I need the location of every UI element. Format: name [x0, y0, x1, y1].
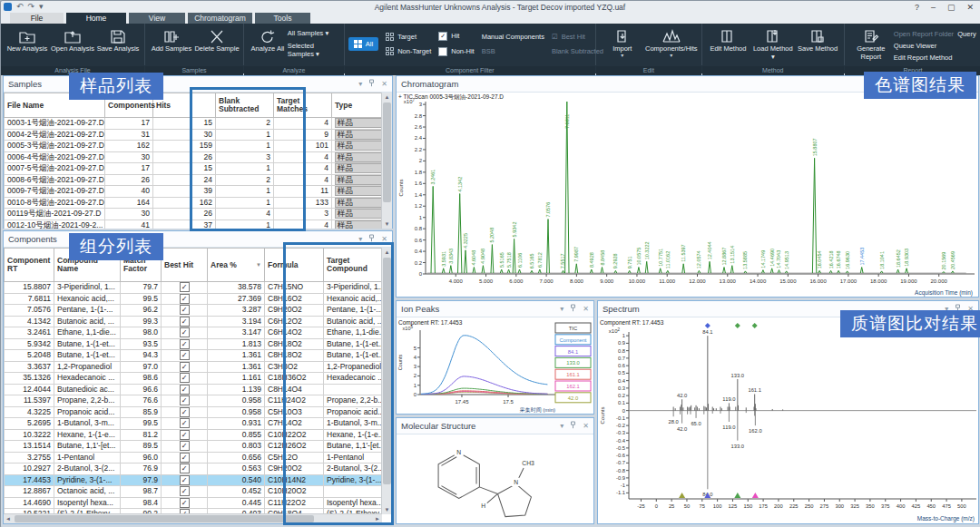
component-cell[interactable]: 1.161: [208, 373, 265, 385]
component-cell[interactable]: C3H8O2: [265, 361, 324, 373]
component-cell[interactable]: 0.958: [208, 395, 265, 407]
chromatogram-peak[interactable]: [897, 269, 899, 273]
samples-row[interactable]: 0006-4号烟油-2021-09-27.D302634样品▾: [5, 151, 393, 163]
component-cell[interactable]: 5.2695: [5, 418, 54, 430]
samples-column-header[interactable]: Target Matches: [274, 93, 332, 118]
sample-cell[interactable]: 15: [153, 118, 216, 130]
tab-file[interactable]: File: [10, 13, 64, 24]
chromatogram-peak[interactable]: [538, 269, 541, 273]
component-cell[interactable]: C8H18O2: [265, 338, 324, 350]
sample-cell[interactable]: 31: [105, 129, 153, 141]
spectrum-plot[interactable]: 10.90.80.70.60.50.40.30.20.10-0.1-0.2-0.…: [598, 317, 978, 524]
component-cell[interactable]: 10.3222: [5, 429, 54, 441]
component-cell[interactable]: 0.452: [208, 486, 265, 498]
close-panel-icon[interactable]: ✕: [583, 305, 589, 313]
component-cell[interactable]: 1-Butanol, 3-m...: [54, 418, 121, 430]
components-row[interactable]: 5.9342Butane, 1-(1-et...93.5✓1.813C8H18O…: [5, 338, 393, 350]
component-cell[interactable]: 97.0: [121, 361, 162, 373]
component-cell[interactable]: [324, 384, 385, 395]
component-cell[interactable]: Pyridine, 3-(1-...: [54, 474, 121, 486]
pin-icon[interactable]: [570, 304, 576, 314]
samples-row[interactable]: 0007-5号烟油-2021-09-27.D171514样品▾: [5, 163, 393, 175]
component-cell[interactable]: 85.9: [121, 406, 162, 418]
components-column-header[interactable]: Component RT: [5, 249, 54, 282]
component-cell[interactable]: Butanedioic ac...: [54, 384, 121, 395]
panel-menu-icon[interactable]: ▾: [358, 235, 362, 243]
component-cell[interactable]: 98.7: [121, 486, 162, 498]
minimize-button[interactable]: –: [931, 3, 936, 12]
tab-view[interactable]: View: [129, 13, 185, 24]
components-horizontal-scrollbar[interactable]: ◄►: [4, 513, 382, 523]
all-samples-dropdown[interactable]: All Samples ▾: [288, 29, 340, 37]
component-cell[interactable]: C5H10O3: [265, 406, 324, 418]
component-cell[interactable]: Ethane, 1,1-die...: [54, 327, 121, 339]
component-cell[interactable]: C11H24O2: [265, 395, 324, 407]
component-cell[interactable]: 13.1514: [5, 441, 54, 453]
chromatogram-peak[interactable]: [906, 268, 908, 273]
sample-cell[interactable]: 4: [274, 163, 332, 175]
component-cell[interactable]: Ethane, 1,1-die...: [324, 327, 385, 339]
component-cell[interactable]: Propane, 2,2-b...: [324, 395, 385, 407]
chromatogram-peak[interactable]: [482, 266, 485, 273]
sample-cell[interactable]: 3: [216, 151, 274, 163]
component-cell[interactable]: Isopentyl hexa...: [54, 497, 121, 509]
component-cell[interactable]: Pentane, 1-(1-...: [324, 305, 385, 317]
ion-peak-series-Component[interactable]: [421, 336, 547, 395]
chromatogram-plot[interactable]: 00.20.40.60.811.21.41.61.822.22.42.62.83…: [397, 93, 978, 298]
component-cell[interactable]: 3.287: [208, 305, 265, 317]
component-cell[interactable]: 0.540: [208, 474, 265, 486]
samples-row[interactable]: 0005-3号烟油-2021-09-27.D1621591101样品▾: [5, 141, 393, 152]
chromatogram-peak[interactable]: [614, 270, 617, 273]
component-cell[interactable]: C5H12O: [265, 452, 324, 464]
load-method-button[interactable]: Load Method ▾: [750, 25, 795, 61]
component-cell[interactable]: C10H14N2: [265, 474, 324, 486]
components-row[interactable]: 3.2461Ethane, 1,1-die...98.0✓3.147C6H14O…: [5, 327, 393, 339]
components-row[interactable]: 17.4453Pyridine, 3-(1-...97.9✓0.540C10H1…: [5, 474, 393, 486]
sample-cell[interactable]: 2: [216, 174, 274, 186]
chromatogram-peak[interactable]: [628, 270, 631, 273]
best-hit-checkbox-cell[interactable]: ✓: [162, 327, 208, 339]
component-cell[interactable]: Propanoic acid...: [324, 406, 385, 418]
component-cell[interactable]: 1-Pentanol: [54, 452, 121, 464]
chromatogram-peak[interactable]: [730, 266, 733, 273]
best-hit-checkbox-cell[interactable]: ✓: [162, 282, 208, 294]
samples-row[interactable]: 0008-6号烟油-2021-09-27.D262424样品▾: [5, 174, 393, 186]
samples-row[interactable]: 0010-8号烟油-2021-09-27.D1641621133样品▾: [5, 197, 393, 209]
component-cell[interactable]: 4.3225: [5, 406, 54, 418]
component-cell[interactable]: 10.2927: [5, 464, 54, 475]
restore-button[interactable]: ▢: [947, 3, 956, 12]
component-cell[interactable]: Hexane, 1-(1-e...: [324, 429, 385, 441]
components-row[interactable]: 5.2048Butane, 1-(1-et...94.3✓1.361C8H18O…: [5, 350, 393, 362]
component-cell[interactable]: Butane, 1-(1-et...: [324, 350, 385, 362]
sample-cell[interactable]: 30: [153, 129, 216, 141]
quick-access-more-icon[interactable]: ▾: [39, 3, 44, 11]
component-cell[interactable]: Hexadecanoic ...: [54, 373, 121, 385]
component-cell[interactable]: 98.4: [121, 497, 162, 509]
component-cell[interactable]: 1,2-Propanediol: [324, 361, 385, 373]
component-cell[interactable]: C7H15NO: [265, 282, 324, 294]
components-hits-button[interactable]: Components/Hits ▾: [645, 25, 698, 58]
best-hit-checkbox-cell[interactable]: ✓: [162, 338, 208, 350]
sample-cell[interactable]: 9: [274, 129, 332, 141]
components-row[interactable]: 4.3225Propanoic acid...85.9✓0.958C5H10O3…: [5, 406, 393, 418]
component-cell[interactable]: 3.2755: [5, 452, 54, 464]
component-cell[interactable]: 2-Butanol, 3-(2...: [324, 464, 385, 475]
queue-viewer-button[interactable]: Queue Viewer: [894, 42, 976, 50]
component-cell[interactable]: C8H16O2: [265, 293, 324, 305]
component-cell[interactable]: C8H14O4: [265, 384, 324, 395]
component-cell[interactable]: 3-Piperidinol, 1...: [324, 282, 385, 294]
components-row[interactable]: 14.4690Isopentyl hexa...98.4✓0.445C11H22…: [5, 497, 393, 509]
chromatogram-peak[interactable]: [575, 264, 578, 273]
component-cell[interactable]: 93.5: [121, 338, 162, 350]
close-panel-icon[interactable]: ✕: [583, 422, 589, 430]
sample-cell[interactable]: 4: [216, 209, 274, 220]
analyze-all-button[interactable]: Analyze All: [248, 25, 288, 54]
chromatogram-peak[interactable]: [513, 239, 515, 273]
sample-cell[interactable]: 1: [216, 220, 274, 229]
sample-cell[interactable]: 30: [105, 151, 153, 163]
save-analysis-button[interactable]: Save Analysis: [95, 25, 141, 54]
panel-menu-icon[interactable]: ▾: [358, 80, 362, 88]
component-cell[interactable]: 12.8867: [5, 486, 54, 498]
sample-cell[interactable]: 159: [153, 141, 216, 152]
component-cell[interactable]: 1,2-Propanediol: [54, 361, 121, 373]
